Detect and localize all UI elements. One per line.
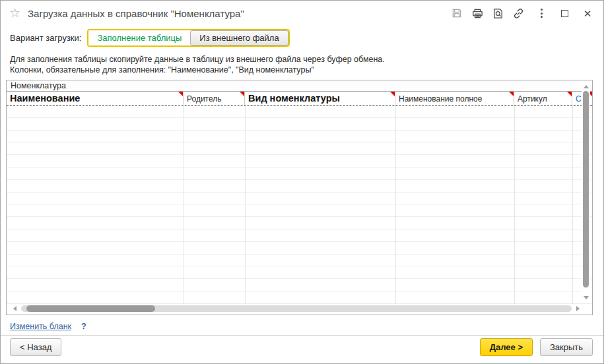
column-header-full-name[interactable]: Наименование полное [395,92,514,105]
table-row[interactable] [7,118,592,131]
grid-line [395,106,396,304]
close-icon[interactable]: ✕ [581,7,594,20]
table-header-row: Наименование Родитель Вид номенклатуры Н… [7,92,592,106]
footer-separator [1,335,603,336]
table-row[interactable] [7,217,592,229]
print-icon[interactable] [471,7,484,20]
scroll-up-icon[interactable] [583,84,589,90]
load-variant-row: Вариант загрузки: Заполнение таблицы Из … [10,29,290,47]
help-icon[interactable]: ? [81,322,86,331]
column-header-kind[interactable]: Вид номенклатуры [245,92,395,105]
instructions: Для заполнения таблицы скопируйте данные… [10,54,594,75]
scroll-down-icon[interactable] [583,295,589,301]
grid-line [245,106,246,304]
next-button[interactable]: Далее > [480,338,533,356]
grid-line [572,106,573,304]
table-body[interactable] [7,106,592,304]
table-row[interactable] [7,193,592,205]
table-row[interactable] [7,291,592,304]
title-bar: ☆ Загрузка данных в справочник "Номенкла… [1,1,603,26]
horizontal-scrollbar-thumb[interactable] [26,305,155,312]
grid-line [514,106,515,304]
horizontal-scrollbar-track[interactable] [21,305,572,312]
table-row[interactable] [7,131,592,143]
required-marker-icon [567,92,572,96]
save-icon[interactable] [450,7,463,20]
horizontal-scrollbar[interactable] [8,304,581,313]
table-row[interactable] [7,142,592,155]
load-variant-switch: Заполнение таблицы Из внешнего файла [87,29,289,47]
instruction-line-1: Для заполнения таблицы скопируйте данные… [10,54,594,65]
maximize-icon[interactable] [558,7,571,20]
table-row[interactable] [7,106,592,118]
favorite-star-icon[interactable]: ☆ [9,7,20,19]
required-marker-icon [390,92,395,96]
required-marker-icon [240,92,244,96]
required-marker-icon [509,92,514,96]
link-row: Изменить бланк ? [10,322,86,331]
column-header-name[interactable]: Наименование [7,92,184,105]
more-menu-icon[interactable] [535,7,548,20]
table-row[interactable] [7,155,592,167]
preview-icon[interactable] [491,7,504,20]
edit-form-link[interactable]: Изменить бланк [10,322,71,331]
scroll-right-icon[interactable] [575,305,581,311]
titlebar-toolbar: ✕ [450,7,594,20]
load-variant-label: Вариант загрузки: [10,33,81,43]
close-button[interactable]: Закрыть [540,338,593,356]
link-icon[interactable] [512,7,525,20]
table-row[interactable] [7,204,592,217]
page-title: Загрузка данных в справочник "Номенклату… [28,8,450,19]
table-group-header: Номенклатура [7,80,592,92]
vertical-scrollbar-thumb[interactable] [583,91,589,288]
table-row[interactable] [7,242,592,255]
required-marker-icon [178,92,183,96]
tab-from-external-file[interactable]: Из внешнего файла [190,30,288,46]
table-row[interactable] [7,255,592,267]
table-row[interactable] [7,279,592,291]
table-row[interactable] [7,266,592,279]
scroll-left-icon[interactable] [12,305,18,311]
table-row[interactable] [7,167,592,180]
instruction-line-2: Колонки, обязательные для заполнения: "Н… [10,65,594,75]
vertical-scrollbar[interactable] [582,82,590,303]
column-header-parent[interactable]: Родитель [184,92,245,105]
table-row[interactable] [7,180,592,193]
nomenclature-table: Номенклатура Наименование Родитель Вид н… [6,80,593,315]
back-button[interactable]: < Назад [10,338,61,356]
column-header-article[interactable]: Артикул [514,92,572,105]
grid-line [184,106,184,304]
dialog-window: ☆ Загрузка данных в справочник "Номенкла… [0,0,604,364]
table-row[interactable] [7,229,592,242]
tab-fill-table[interactable]: Заполнение таблицы [88,30,190,46]
